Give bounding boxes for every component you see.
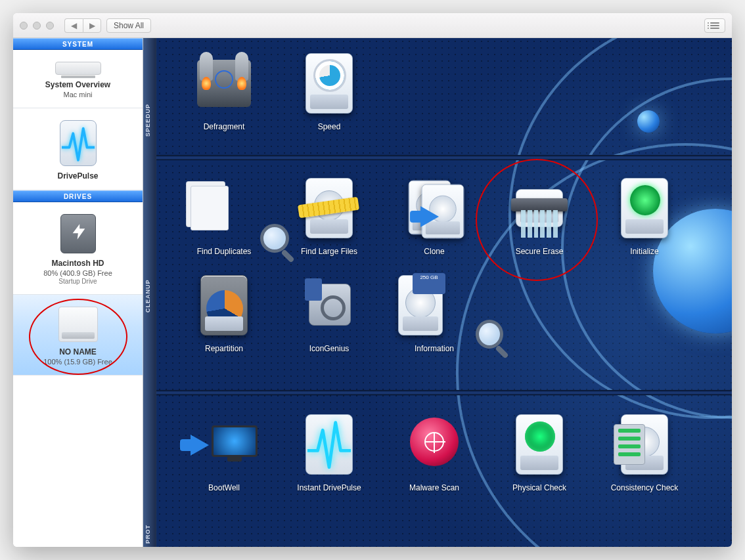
sidebar-header-drives: DRIVES bbox=[13, 190, 143, 202]
main-panel: SPEEDUP CLEANUP PROT bbox=[143, 38, 732, 547]
tool-label: Instant DrivePulse bbox=[280, 483, 378, 492]
tool-instant-drivepulse[interactable]: Instant DrivePulse bbox=[280, 408, 378, 492]
tool-label: Repartition bbox=[175, 344, 273, 353]
sidebar-item-sublabel: Mac mini bbox=[18, 91, 137, 98]
information-icon: 250 GB bbox=[398, 269, 470, 341]
titlebar: ◀ ▶ Show All bbox=[13, 13, 732, 38]
consistency-check-icon bbox=[608, 408, 681, 481]
zoom-icon[interactable] bbox=[46, 22, 54, 30]
tool-label: Secure Erase bbox=[490, 247, 589, 256]
list-icon bbox=[710, 21, 719, 30]
tool-label: Consistency Check bbox=[595, 483, 694, 492]
tool-label: IconGenius bbox=[280, 344, 378, 353]
tool-find-duplicates[interactable]: Find Duplicates bbox=[175, 172, 273, 256]
list-view-button[interactable] bbox=[704, 18, 725, 33]
tool-label: Clone bbox=[385, 247, 484, 256]
close-icon[interactable] bbox=[20, 22, 28, 30]
tool-label: Find Large Files bbox=[280, 247, 378, 256]
sidebar-item-label: NO NAME bbox=[18, 347, 137, 356]
secure-erase-icon bbox=[503, 172, 576, 244]
tool-label: Malware Scan bbox=[385, 483, 484, 492]
tool-secure-erase[interactable]: Secure Erase bbox=[490, 172, 589, 256]
app-window: ◀ ▶ Show All SYSTEM System Overview Mac … bbox=[13, 13, 732, 547]
tool-information[interactable]: 250 GB Information bbox=[385, 269, 484, 353]
forward-button[interactable]: ▶ bbox=[83, 18, 101, 33]
category-label-speedup: SPEEDUP bbox=[145, 104, 151, 137]
malware-scan-icon bbox=[398, 408, 470, 481]
find-large-files-icon bbox=[293, 172, 365, 244]
tool-clone[interactable]: Clone bbox=[385, 172, 484, 256]
tool-repartition[interactable]: Repartition bbox=[175, 269, 273, 353]
tool-find-large-files[interactable]: Find Large Files bbox=[280, 172, 378, 256]
sidebar-item-drivepulse[interactable]: DrivePulse bbox=[13, 108, 143, 190]
sidebar-header-system: SYSTEM bbox=[13, 38, 143, 50]
speed-icon bbox=[293, 47, 365, 119]
macmini-icon bbox=[18, 62, 137, 75]
category-label-cleanup: CLEANUP bbox=[145, 279, 151, 312]
back-button[interactable]: ◀ bbox=[64, 18, 83, 33]
sidebar-item-label: DrivePulse bbox=[18, 171, 137, 181]
sidebar-item-drive-no-name[interactable]: NO NAME 100% (15.9 GB) Free bbox=[13, 295, 143, 376]
sidebar-item-sublabel: 100% (15.9 GB) Free bbox=[18, 358, 137, 366]
tool-label: Physical Check bbox=[490, 483, 589, 492]
section-divider bbox=[156, 155, 732, 160]
sidebar-item-label: System Overview bbox=[18, 80, 137, 89]
physical-check-icon bbox=[503, 408, 576, 481]
sidebar-item-drive-macintosh-hd[interactable]: Macintosh HD 80% (400.9 GB) Free Startup… bbox=[13, 202, 143, 295]
tool-label: Defragment bbox=[175, 122, 273, 131]
defragment-icon bbox=[188, 47, 260, 119]
bootwell-icon bbox=[188, 408, 260, 481]
icongenius-icon bbox=[293, 269, 365, 341]
tool-label: Initialize bbox=[595, 247, 694, 256]
tool-defragment[interactable]: Defragment bbox=[175, 47, 273, 131]
drivepulse-icon bbox=[18, 120, 137, 166]
internal-drive-icon bbox=[18, 214, 137, 253]
section-divider bbox=[156, 390, 732, 395]
tool-label: Find Duplicates bbox=[175, 247, 273, 256]
tool-speed[interactable]: Speed bbox=[280, 47, 378, 131]
show-all-button[interactable]: Show All bbox=[106, 18, 151, 33]
tool-physical-check[interactable]: Physical Check bbox=[490, 408, 589, 492]
sidebar-item-sublabel2: Startup Drive bbox=[18, 278, 137, 285]
repartition-icon bbox=[188, 269, 260, 341]
tool-label: Information bbox=[385, 344, 484, 353]
instant-drivepulse-icon bbox=[293, 408, 365, 481]
tool-malware-scan[interactable]: Malware Scan bbox=[385, 408, 484, 492]
category-label-protect: PROT bbox=[145, 525, 151, 544]
sidebar-item-label: Macintosh HD bbox=[18, 259, 137, 268]
tool-consistency-check[interactable]: Consistency Check bbox=[595, 408, 694, 492]
initialize-icon bbox=[608, 172, 681, 244]
sidebar-item-sublabel: 80% (400.9 GB) Free bbox=[18, 269, 137, 277]
category-rail: SPEEDUP CLEANUP PROT bbox=[143, 38, 156, 547]
tool-label: BootWell bbox=[175, 483, 273, 492]
window-controls bbox=[20, 22, 54, 30]
minimize-icon[interactable] bbox=[33, 22, 41, 30]
tool-bootwell[interactable]: BootWell bbox=[175, 408, 273, 492]
clone-icon bbox=[398, 172, 470, 244]
tool-initialize[interactable]: Initialize bbox=[595, 172, 694, 256]
sidebar-item-system-overview[interactable]: System Overview Mac mini bbox=[13, 50, 143, 108]
find-duplicates-icon bbox=[188, 172, 260, 244]
tool-label: Speed bbox=[280, 122, 378, 131]
tool-icongenius[interactable]: IconGenius bbox=[280, 269, 378, 353]
external-drive-icon bbox=[18, 307, 137, 342]
sidebar: SYSTEM System Overview Mac mini DrivePul… bbox=[13, 38, 143, 547]
